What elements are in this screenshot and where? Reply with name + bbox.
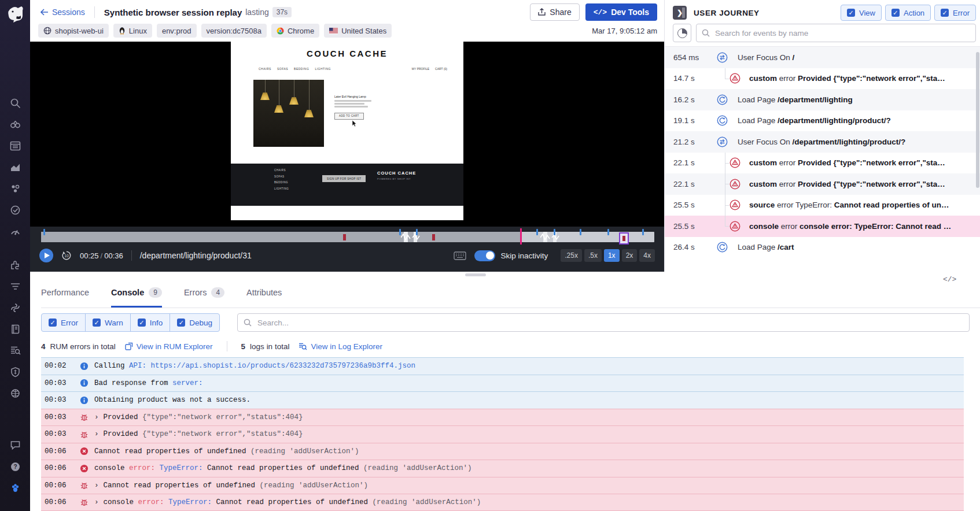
journey-event-row[interactable]: 19.1 sLoad Page /department/lighting/pro… [665,110,980,132]
journey-filter-action[interactable]: ✓Action [885,5,931,21]
play-button[interactable] [39,249,53,262]
share-button[interactable]: Share [530,3,579,21]
journey-filter-view[interactable]: ✓View [841,5,882,21]
back-to-sessions-link[interactable]: Sessions [40,8,85,17]
session-tag[interactable]: version:dc7508a [201,24,267,38]
footer-signup-button[interactable]: SIGN UP FOR SHOP IST [322,175,366,182]
expand-caret-icon[interactable]: › [94,413,99,421]
console-log-row[interactable]: 00:03Obtaining product was not a success… [41,391,964,409]
log-filter-info[interactable]: ✓Info [131,314,171,331]
expand-caret-icon[interactable]: › [94,482,99,490]
session-tag[interactable]: shopist-web-ui [38,24,109,38]
sidebar-item-bits-ai-icon[interactable] [5,477,25,498]
session-tag[interactable]: Linux [113,24,152,38]
tab-errors[interactable]: Errors4 [184,277,224,308]
speed-1x-button[interactable]: 1x [604,249,620,262]
collapse-panel-icon[interactable]: ❯ [673,6,687,20]
sidebar-item-synthetics-icon[interactable] [5,199,25,220]
panel-drag-handle[interactable] [465,273,486,276]
site-footer-link[interactable]: BEDDING [274,181,289,184]
timeline-event-tick[interactable] [399,229,401,235]
checkbox-checked-icon[interactable]: ✓ [138,319,146,327]
timeline-error-marker[interactable] [343,234,346,240]
tab-console[interactable]: Console9 [111,277,162,308]
sidebar-item-service-map-icon[interactable] [5,178,25,199]
journey-event-row[interactable]: 26.4 sLoad Page /cart [665,237,980,258]
journey-event-row[interactable]: 21.2 sUser Focus On /department/lighting… [665,131,980,153]
sidebar-item-dashboards-icon[interactable] [5,135,25,156]
sidebar-item-metrics-icon[interactable] [5,157,25,177]
timeline-event-tick[interactable] [554,229,555,235]
site-nav-link[interactable]: BEDDING [294,67,309,71]
tab-performance[interactable]: Performance [41,277,89,308]
site-footer-link[interactable]: CHAIRS [274,169,289,172]
log-filter-debug[interactable]: ✓Debug [170,314,219,331]
site-nav-link[interactable]: SOFAS [277,67,288,71]
sidebar-item-network-icon[interactable] [5,383,25,403]
sidebar-item-help-icon[interactable]: ? [5,456,25,477]
sidebar-item-integrations-icon[interactable] [5,254,25,275]
journey-search[interactable] [696,24,976,42]
journey-event-row[interactable]: 25.5 ssource error TypeError: Cannot rea… [665,195,980,216]
session-tag[interactable]: United States [324,24,392,38]
journey-event-row[interactable]: 14.7 scustom error Provided {"type":"net… [665,68,980,90]
speed-25x-button[interactable]: .25x [561,249,582,262]
skip-back-10-button[interactable]: 10 [60,249,73,262]
skip-inactivity-toggle[interactable] [474,250,495,261]
speed-4x-button[interactable]: 4x [639,249,655,262]
site-footer-link[interactable]: SOFAS [274,175,289,178]
expand-caret-icon[interactable]: › [94,498,99,506]
console-search-input[interactable] [256,318,963,328]
journey-scrollbar[interactable] [976,52,979,188]
view-in-rum-explorer-link[interactable]: View in RUM Explorer [125,342,213,351]
sidebar-item-traces-icon[interactable] [5,276,25,297]
site-footer-link[interactable]: LIGHTING [274,187,289,190]
journey-event-row[interactable]: 654 msUser Focus On / [665,47,980,68]
timeline-selected-error-marker[interactable] [619,232,629,245]
checkbox-checked-icon[interactable]: ✓ [93,319,101,327]
journey-filter-pie-button[interactable] [673,24,691,42]
sidebar-item-chat-icon[interactable] [5,435,25,456]
checkbox-checked-icon[interactable]: ✓ [941,9,949,17]
journey-search-input[interactable] [714,28,970,38]
console-log-row[interactable]: 00:06›Cannot read properties of undefine… [41,477,964,494]
tab-attributes[interactable]: Attributes [246,277,282,308]
log-filter-warn[interactable]: ✓Warn [86,314,131,331]
timeline-event-tick[interactable] [416,229,418,235]
journey-event-row[interactable]: 22.1 scustom error Provided {"type":"net… [665,173,980,195]
journey-event-row[interactable]: 16.2 sLoad Page /department/lighting [665,89,980,110]
site-nav-link[interactable]: CHAIRS [259,67,271,71]
dev-tools-button[interactable]: </> Dev Tools [585,3,657,21]
checkbox-checked-icon[interactable]: ✓ [847,9,855,17]
session-tag[interactable]: Chrome [271,24,319,38]
sidebar-item-search-icon[interactable] [5,92,25,113]
timeline-event-tick[interactable] [580,229,581,235]
sidebar-item-log-explorer-icon[interactable] [5,340,25,361]
log-filter-error[interactable]: ✓Error [42,314,86,331]
sidebar-item-monitors-icon[interactable] [5,221,25,242]
timeline-event-tick[interactable] [607,229,609,235]
expand-caret-icon[interactable]: › [94,430,99,438]
speed-2x-button[interactable]: 2x [622,249,638,262]
timeline-error-marker[interactable] [432,234,435,240]
console-log-row[interactable]: 00:06console error: TypeError: Cannot re… [41,460,964,477]
checkbox-checked-icon[interactable]: ✓ [177,319,185,327]
journey-event-row[interactable]: 22.1 scustom error Provided {"type":"net… [665,153,980,174]
timeline-event-tick[interactable] [642,229,644,235]
timeline-playhead[interactable] [520,228,522,245]
timeline-event-tick[interactable] [43,229,45,235]
raw-view-toggle-icon[interactable]: </> [943,275,956,284]
console-log-row[interactable]: 00:03›Provided {"type":"network error","… [41,409,964,426]
keyboard-shortcuts-icon[interactable] [454,251,466,260]
sidebar-item-security-icon[interactable] [5,361,25,382]
site-nav-link[interactable]: LIGHTING [315,67,331,71]
console-log-row[interactable]: 00:06Cannot read properties of undefined… [41,443,964,460]
journey-event-row[interactable]: 25.5 sconsole error console error: TypeE… [665,216,980,237]
session-tag[interactable]: env:prod [157,24,197,38]
sidebar-item-watchdog-icon[interactable] [5,114,25,135]
site-nav-link[interactable]: MY PROFILE [412,67,429,71]
journey-filter-error[interactable]: ✓Error [934,5,976,21]
checkbox-checked-icon[interactable]: ✓ [49,319,57,327]
sidebar-item-apm-icon[interactable] [5,297,25,318]
speed-5x-button[interactable]: .5x [584,249,602,262]
